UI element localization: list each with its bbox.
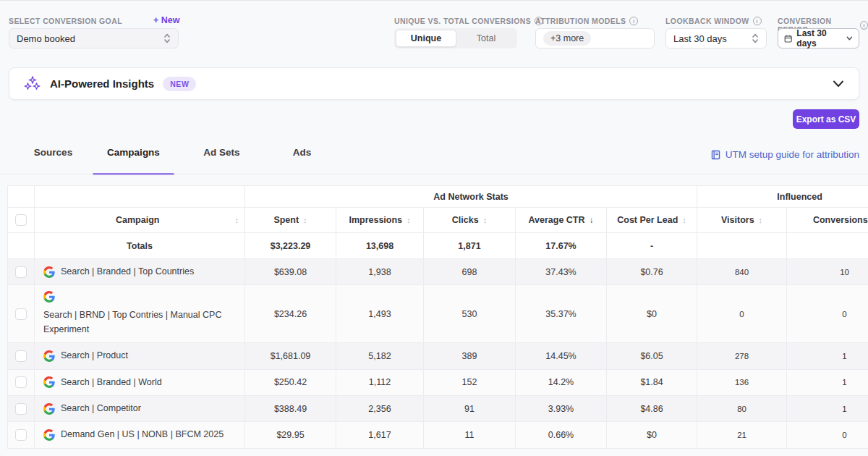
campaign-cell[interactable]: Search | Branded | Top Countries [35, 259, 245, 285]
conversions-cell: 1 [787, 395, 868, 421]
spent-cell: $250.42 [245, 369, 336, 395]
conversions-cell: 1 [787, 343, 868, 369]
total-option[interactable]: Total [456, 30, 516, 47]
sort-icon[interactable]: ↕ [407, 216, 411, 224]
sort-icon[interactable]: ↕ [483, 216, 488, 224]
campaign-cell[interactable]: Search | Branded | World [35, 369, 245, 395]
sort-icon[interactable]: ↕ [682, 216, 686, 224]
conversions-cell: 0 [787, 285, 868, 343]
group-empty-cell [8, 186, 35, 208]
select-all-checkbox[interactable] [15, 214, 27, 226]
goal-select[interactable]: Demo booked [9, 28, 179, 48]
col-header-impressions[interactable]: Impressions↕ [336, 208, 424, 233]
row-checkbox[interactable] [15, 308, 27, 320]
campaign-name: Search | Product [61, 349, 128, 363]
ctr-cell: 3.93% [516, 395, 607, 421]
col-header-cost-per-lead[interactable]: Cost Per Lead↕ [607, 208, 697, 233]
col-header-campaign[interactable]: Campaign↕ [35, 208, 245, 233]
sort-icon[interactable]: ↕ [759, 216, 763, 224]
campaign-cell[interactable]: Search | Product [35, 343, 245, 369]
col-header-spent[interactable]: Spent↕ [245, 208, 336, 233]
lookback-label: LOOKBACK WINDOW i [665, 17, 762, 25]
unique-total-toggle: Unique Total [394, 28, 517, 48]
tabs-divider [0, 174, 868, 174]
table-row[interactable]: Search | BRND | Top Contries | Manual CP… [8, 285, 868, 343]
lookback-label-text: LOOKBACK WINDOW [665, 17, 749, 25]
table-row[interactable]: Search | Product $1,681.09 5,182 389 14.… [8, 343, 868, 369]
visitors-cell: 21 [697, 422, 787, 448]
tab-ad-sets[interactable]: Ad Sets [181, 147, 263, 174]
row-select-cell [8, 369, 35, 395]
campaign-name: Search | Branded | World [61, 376, 162, 389]
sort-icon[interactable]: ↕ [303, 216, 307, 224]
totals-label: Totals [35, 233, 245, 259]
attribution-more-pill[interactable]: +3 more [543, 31, 591, 46]
ctr-cell: 14.45% [516, 343, 607, 369]
unique-option[interactable]: Unique [396, 30, 456, 47]
table-row[interactable]: Demand Gen | US | NONB | BFCM 2025 $29.9… [8, 422, 868, 448]
goal-select-value: Demo booked [17, 33, 75, 44]
campaign-cell[interactable]: Search | BRND | Top Contries | Manual CP… [35, 285, 245, 343]
tab-ads[interactable]: Ads [261, 147, 343, 174]
spent-cell: $234.26 [245, 285, 336, 343]
lookback-select[interactable]: Last 30 days [665, 28, 767, 48]
campaign-cell[interactable]: Demand Gen | US | NONB | BFCM 2025 [35, 422, 245, 448]
arrow-down-icon[interactable]: ↓ [590, 215, 594, 225]
attribution-models-field[interactable]: +3 more [535, 28, 655, 48]
table-row[interactable]: Search | Branded | World $250.42 1,112 1… [8, 369, 868, 395]
new-goal-button[interactable]: + New [153, 15, 179, 25]
spent-cell: $639.08 [245, 259, 336, 285]
row-checkbox[interactable] [15, 266, 27, 278]
tab-sources[interactable]: Sources [12, 147, 94, 174]
info-icon[interactable]: i [860, 21, 868, 30]
group-ad-network-stats: Ad Network Stats [245, 186, 697, 208]
col-header-conversions[interactable]: Conversions↕ [787, 208, 868, 233]
column-header-row: Campaign↕ Spent↕ Impressions↕ Clicks↕ Av… [8, 208, 868, 233]
col-header-clicks[interactable]: Clicks↕ [424, 208, 516, 233]
ctr-cell: 37.43% [516, 259, 607, 285]
totals-row: Totals $3,223.29 13,698 1,871 17.67% - [8, 233, 868, 259]
ai-insights-card[interactable]: AI-Powered Insights NEW [9, 67, 859, 100]
clicks-cell: 152 [424, 369, 516, 395]
group-empty-cell [35, 186, 245, 208]
impressions-cell: 1,938 [336, 259, 424, 285]
conversion-period-button[interactable]: Last 30 days [778, 28, 859, 48]
clicks-cell: 11 [424, 422, 516, 448]
table-row[interactable]: Search | Branded | Top Countries $639.08… [8, 259, 868, 285]
tab-campaigns[interactable]: Campaigns [93, 147, 174, 174]
table-row[interactable]: Search | Competitor $388.49 2,356 91 3.9… [8, 395, 868, 421]
sort-icon[interactable]: ↕ [235, 216, 239, 224]
row-checkbox[interactable] [15, 350, 27, 362]
impressions-cell: 2,356 [336, 395, 424, 421]
visitors-cell: 0 [697, 285, 787, 343]
ctr-cell: 0.66% [516, 422, 607, 448]
utm-setup-guide-link[interactable]: UTM setup guide for attribution [711, 149, 859, 160]
group-header-row: Ad Network Stats Influenced [8, 186, 868, 208]
expand-insights-button[interactable] [833, 80, 844, 88]
utm-link-text: UTM setup guide for attribution [726, 149, 859, 160]
row-checkbox[interactable] [15, 429, 27, 441]
spent-cell: $388.49 [245, 395, 336, 421]
select-all-cell [8, 208, 35, 233]
lookback-select-value: Last 30 days [673, 33, 727, 44]
row-checkbox[interactable] [15, 376, 27, 388]
col-header-average-ctr[interactable]: Average CTR↓ [516, 208, 607, 233]
clicks-cell: 389 [424, 343, 516, 369]
cpl-cell: $0 [607, 285, 697, 343]
google-icon [43, 350, 55, 362]
unique-total-label: UNIQUE VS. TOTAL CONVERSIONS i [394, 17, 543, 25]
calendar-icon [784, 34, 792, 43]
conversions-cell: 1 [787, 369, 868, 395]
export-csv-button[interactable]: Export as CSV [793, 109, 859, 129]
ai-insights-title: AI-Powered Insights [50, 77, 154, 90]
campaign-cell[interactable]: Search | Competitor [35, 395, 245, 421]
col-header-visitors[interactable]: Visitors↕ [697, 208, 787, 233]
visitors-cell: 278 [697, 343, 787, 369]
info-icon[interactable]: i [629, 17, 638, 25]
sparkles-icon [24, 76, 41, 92]
row-checkbox[interactable] [15, 403, 27, 415]
info-icon[interactable]: i [753, 17, 762, 25]
cpl-cell: $0 [607, 422, 697, 448]
new-badge: NEW [163, 77, 196, 91]
row-select-cell [8, 259, 35, 285]
